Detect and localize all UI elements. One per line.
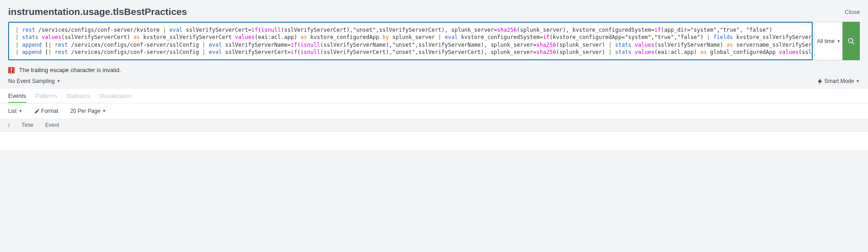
- search-input[interactable]: | rest /services/configs/conf-server/kvs…: [8, 22, 813, 60]
- col-event: Event: [45, 122, 59, 129]
- app-root: instrumentation.usage.tlsBestPractices C…: [0, 0, 868, 150]
- chevron-down-icon: ▼: [102, 109, 106, 113]
- events-toolbar: List ▼ Format 20 Per Page ▼: [0, 103, 868, 119]
- time-range-picker[interactable]: All time ▼: [815, 22, 843, 60]
- spl-fn-if: if: [251, 27, 258, 33]
- pipe: |: [15, 27, 22, 33]
- format-label: Format: [41, 108, 59, 114]
- tab-events[interactable]: Events: [8, 89, 26, 103]
- tab-statistics[interactable]: Statistics: [66, 89, 90, 103]
- col-time: Time: [21, 122, 33, 129]
- error-row: The trailing escape character is invalid…: [0, 65, 868, 76]
- bolt-icon: [818, 78, 823, 84]
- spl-fn-isnull: isnull: [261, 27, 281, 33]
- per-page-dropdown[interactable]: 20 Per Page ▼: [70, 108, 107, 114]
- chevron-down-icon: ▼: [856, 79, 860, 83]
- spl-cmd-stats: stats: [22, 34, 38, 40]
- spl-cmd-rest: rest: [22, 27, 35, 33]
- page-title: instrumentation.usage.tlsBestPractices: [8, 6, 187, 17]
- chevron-down-icon: ▼: [837, 39, 841, 44]
- header: instrumentation.usage.tlsBestPractices C…: [0, 0, 868, 22]
- tab-patterns[interactable]: Patterns: [35, 89, 57, 103]
- list-view-dropdown[interactable]: List ▼: [8, 108, 23, 114]
- col-info: i: [8, 122, 10, 129]
- pencil-icon: [34, 109, 39, 114]
- results-panel: Events Patterns Statistics Visualization…: [0, 89, 868, 150]
- result-tabs: Events Patterns Statistics Visualization: [0, 89, 868, 103]
- chevron-down-icon: ▼: [57, 79, 61, 83]
- spl-kw-as: as: [133, 34, 140, 40]
- spl-fn-values: values: [42, 34, 61, 40]
- spl-fn-sha256: sha256: [497, 27, 517, 33]
- spl-cmd-append: append: [22, 42, 41, 48]
- list-view-label: List: [8, 108, 17, 114]
- format-dropdown[interactable]: Format: [34, 108, 59, 114]
- search-mode-label: Smart Mode: [824, 78, 854, 84]
- time-range-label: All time: [817, 38, 834, 44]
- close-button[interactable]: Close: [845, 9, 860, 15]
- spl-cmd-eval: eval: [170, 27, 183, 33]
- event-sampling-dropdown[interactable]: No Event Sampling ▼: [8, 78, 61, 84]
- search-row: | rest /services/configs/conf-server/kvs…: [0, 22, 868, 65]
- error-icon: [8, 67, 15, 73]
- event-sampling-label: No Event Sampling: [8, 78, 55, 84]
- per-page-label: 20 Per Page: [70, 108, 101, 114]
- sampling-row: No Event Sampling ▼ Smart Mode ▼: [0, 76, 868, 89]
- spl-kw-by: by: [382, 34, 389, 40]
- tab-visualization[interactable]: Visualization: [99, 89, 132, 103]
- search-icon: [848, 38, 855, 45]
- search-mode-dropdown[interactable]: Smart Mode ▼: [818, 78, 860, 84]
- error-message: The trailing escape character is invalid…: [19, 67, 121, 73]
- spl-cmd-fields: fields: [713, 34, 733, 40]
- events-table-header: i Time Event: [0, 119, 868, 132]
- search-button[interactable]: [843, 22, 860, 60]
- chevron-down-icon: ▼: [19, 109, 23, 113]
